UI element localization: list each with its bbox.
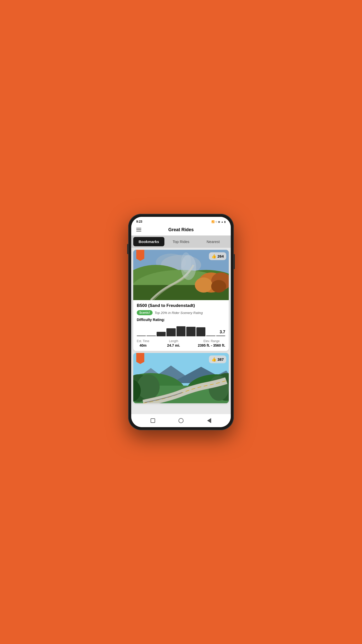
diff-bar-3 (166, 328, 175, 336)
bookmark-icon-1[interactable] (136, 250, 144, 261)
content-area: 👍 264 B500 (Sand to Freudenstadt) Scenic… (131, 248, 231, 414)
thumbs-up-icon-2: 👍 (211, 357, 216, 362)
diff-bar-6 (196, 327, 205, 336)
wifi-icon: ▲ (221, 220, 223, 223)
scenic-text-1: Top 20% in Rider Scenery Rating (155, 311, 203, 315)
header: Great Rides (131, 225, 231, 235)
diff-bar-5 (186, 327, 195, 336)
diff-bar-2 (157, 332, 166, 336)
tab-bar: Bookmarks Top Rides Nearest (131, 235, 231, 248)
bluetooth-icon: ⊹ (215, 220, 217, 223)
volume-button (127, 244, 128, 254)
circle-icon (178, 418, 184, 423)
like-badge-1[interactable]: 👍 264 (209, 252, 226, 260)
difficulty-value-1: 3.7 (220, 330, 225, 334)
hamburger-line-2 (136, 229, 141, 230)
phone-screen: 9:23 📶 ⊹ ◉ ▲ ▮ Great Rides Bookmarks (131, 217, 231, 427)
hamburger-button[interactable] (135, 227, 142, 232)
tab-nearest[interactable]: Nearest (198, 237, 229, 246)
scenic-row-1: Scenic! Top 20% in Rider Scenery Rating (137, 310, 225, 315)
diff-bar-8 (216, 336, 225, 336)
svg-point-22 (137, 374, 160, 399)
bookmark-icon-2[interactable] (136, 353, 144, 364)
tab-top-rides[interactable]: Top Rides (165, 237, 197, 246)
bottom-nav (131, 414, 231, 427)
svg-point-10 (211, 280, 226, 293)
triangle-icon (207, 418, 211, 423)
stat-elev-1: Elev. Range 2395 ft. - 3560 ft. (198, 339, 225, 347)
scenic-badge-1: Scenic! (137, 310, 153, 315)
location-icon: ◉ (218, 220, 220, 223)
battery-icon: ▮ (224, 220, 226, 223)
hamburger-line-1 (136, 228, 141, 228)
diff-bar-1 (147, 336, 156, 336)
like-badge-2[interactable]: 👍 387 (209, 355, 226, 363)
nav-recent-button[interactable] (149, 417, 156, 424)
stat-length-value-1: 24.7 mi. (167, 343, 180, 347)
ride-card-1[interactable]: 👍 264 B500 (Sand to Freudenstadt) Scenic… (133, 250, 229, 351)
diff-bar-0 (137, 336, 146, 336)
stat-length-1: Length 24.7 mi. (167, 339, 180, 347)
ride-image-1: 👍 264 (133, 250, 229, 300)
stat-elev-label-1: Elev. Range (203, 339, 219, 343)
stat-length-label-1: Length (169, 339, 178, 343)
nav-home-button[interactable] (177, 417, 185, 424)
like-count-1: 264 (217, 254, 224, 258)
svg-point-9 (195, 277, 212, 293)
status-time: 9:23 (136, 220, 142, 223)
hamburger-line-3 (136, 231, 141, 231)
stat-elev-value-1: 2395 ft. - 3560 ft. (198, 343, 225, 347)
svg-point-12 (181, 252, 191, 272)
status-icons: 📶 ⊹ ◉ ▲ ▮ (211, 220, 226, 223)
ride-info-1: B500 (Sand to Freudenstadt) Scenic! Top … (133, 300, 229, 351)
phone-frame: 9:23 📶 ⊹ ◉ ▲ ▮ Great Rides Bookmarks (128, 214, 234, 430)
stat-time-label-1: Est. Time (137, 339, 149, 343)
ride-title-1: B500 (Sand to Freudenstadt) (137, 303, 225, 308)
diff-bar-7 (206, 336, 215, 336)
difficulty-chart-1: 3.7 (137, 324, 225, 336)
thumbs-up-icon-1: 👍 (211, 254, 216, 259)
difficulty-label-1: Difficulty Rating: (137, 318, 225, 322)
tab-bookmarks[interactable]: Bookmarks (133, 237, 164, 246)
ride-image-2: 👍 387 (133, 353, 229, 403)
like-count-2: 387 (217, 357, 224, 361)
stats-row-1: Est. Time 40m Length 24.7 mi. Elev. Rang… (137, 339, 225, 347)
signal-icon: 📶 (211, 220, 214, 223)
power-button (234, 254, 235, 269)
ride-card-2[interactable]: 👍 387 (133, 353, 229, 403)
status-bar: 9:23 📶 ⊹ ◉ ▲ ▮ (131, 217, 231, 225)
square-icon (151, 418, 155, 423)
diff-bar-4 (176, 326, 186, 336)
page-title: Great Rides (168, 227, 194, 232)
stat-time-value-1: 40m (140, 343, 147, 347)
stat-time-1: Est. Time 40m (137, 339, 149, 347)
nav-back-button[interactable] (206, 417, 213, 424)
